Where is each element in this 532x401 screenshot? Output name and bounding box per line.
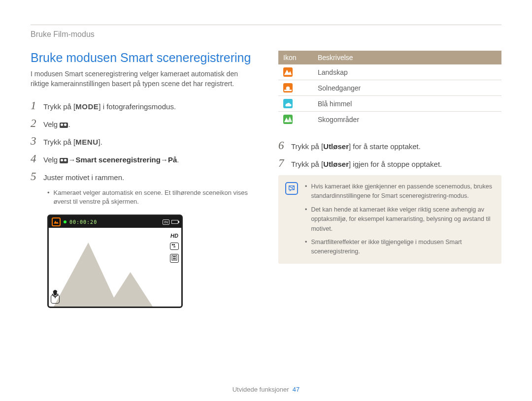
- breadcrumb: Bruke Film-modus: [31, 30, 501, 39]
- svg-text:30: 30: [173, 246, 176, 248]
- intro-text: I modusen Smart sceneregistrering velger…: [31, 69, 254, 89]
- landscape-icon: [283, 67, 293, 77]
- step-7-text: Trykk på [Utløser] igjen for å stoppe op…: [291, 159, 442, 169]
- camera-preview: 00:00:20 IN: [47, 215, 183, 308]
- scene-landscape-icon: [52, 217, 61, 226]
- step-1-text: Trykk på [MODE] i fotograferingsmodus.: [43, 101, 176, 112]
- svg-rect-7: [173, 256, 176, 257]
- menu-label: MENU: [75, 138, 98, 146]
- rec-timer: 00:00:20: [69, 219, 97, 225]
- svg-point-9: [286, 87, 290, 91]
- fps-badge: 30: [170, 243, 179, 250]
- table-cell-label: Solnedganger: [313, 80, 501, 96]
- step-number: 4: [31, 153, 43, 164]
- memory-icon: [170, 254, 179, 263]
- table-cell-label: Landskap: [313, 64, 501, 80]
- sky-icon: [283, 99, 293, 108]
- step-number: 6: [278, 140, 291, 151]
- header-divider: [31, 25, 501, 25]
- card-icon: IN: [163, 219, 169, 225]
- forest-icon: [283, 115, 293, 124]
- film-icon: [60, 158, 68, 163]
- table-row: Solnedganger: [278, 80, 501, 96]
- step-5-sub: •Kameraet velger automatisk en scene. Et…: [47, 188, 254, 207]
- note-item: •Smartfiltereffekter er ikke tilgjengeli…: [305, 238, 494, 257]
- svg-rect-10: [284, 90, 292, 91]
- scene-table: Ikon Beskrivelse LandskapSolnedgangerBlå…: [278, 51, 501, 127]
- page-title: Bruke modusen Smart sceneregistrering: [31, 51, 254, 65]
- rec-indicator-icon: [64, 220, 66, 223]
- step-3-text: Trykk på [MENU].: [43, 137, 102, 147]
- table-row: Skogområder: [278, 112, 501, 127]
- step-number: 5: [31, 171, 43, 182]
- note-box: •Hvis kameraet ikke gjenkjenner en passe…: [278, 175, 501, 264]
- stabilizer-icon: [51, 295, 60, 304]
- table-row: Blå himmel: [278, 96, 501, 112]
- table-cell-label: Skogområder: [313, 112, 501, 127]
- table-head-icon: Ikon: [278, 51, 313, 64]
- table-head-desc: Beskrivelse: [313, 51, 501, 64]
- note-item: •Hvis kameraet ikke gjenkjenner en passe…: [305, 182, 494, 201]
- step-number: 7: [278, 157, 291, 169]
- right-column: Ikon Beskrivelse LandskapSolnedgangerBlå…: [278, 51, 501, 308]
- film-icon: [60, 123, 68, 128]
- page-footer: Utvidede funksjoner 47: [0, 386, 532, 393]
- battery-icon: [171, 220, 178, 224]
- info-icon: [285, 182, 298, 195]
- step-number: 2: [31, 118, 43, 129]
- step-2-text: Velg .: [43, 119, 70, 129]
- svg-rect-6: [172, 255, 177, 260]
- step-6-text: Trykk på [Utløser] for å starte opptaket…: [291, 141, 421, 152]
- preview-canvas: [49, 228, 167, 307]
- hd-badge: HD: [170, 233, 178, 239]
- step-number: 3: [31, 135, 43, 147]
- step-5-text: Juster motivet i rammen.: [43, 172, 124, 183]
- table-row: Landskap: [278, 64, 501, 80]
- step-number: 1: [31, 100, 43, 111]
- step-4-text: Velg → Smart sceneregistrering → På.: [43, 154, 179, 165]
- left-column: Bruke modusen Smart sceneregistrering I …: [31, 51, 254, 308]
- sunset-icon: [283, 83, 293, 93]
- note-item: •Det kan hende at kameraet ikke velger r…: [305, 205, 494, 234]
- svg-rect-8: [173, 258, 176, 259]
- mode-label: MODE: [75, 102, 99, 111]
- table-cell-label: Blå himmel: [313, 96, 501, 112]
